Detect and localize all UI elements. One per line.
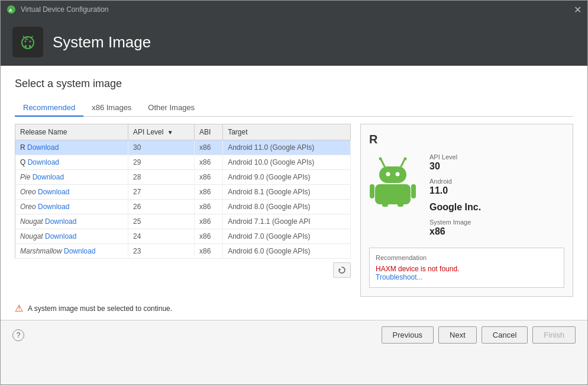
info-letter: R xyxy=(369,133,564,146)
download-link[interactable]: Download xyxy=(64,247,95,255)
close-button[interactable]: ✕ xyxy=(574,4,581,15)
svg-point-17 xyxy=(386,172,390,177)
svg-rect-20 xyxy=(370,184,374,198)
content-area: Select a system image Recommended x86 Im… xyxy=(1,66,587,297)
col-target: Target xyxy=(223,124,351,140)
target-cell: Android 6.0 (Google APIs) xyxy=(223,244,351,259)
tab-x86images[interactable]: x86 Images xyxy=(83,100,140,117)
info-top-area: API Level 30 Android 11.0 Google Inc. Sy… xyxy=(369,153,564,243)
app-icon: A xyxy=(7,5,16,14)
table-row[interactable]: Nougat Download25x86Android 7.1.1 (Googl… xyxy=(15,214,351,229)
footer-left: ? xyxy=(12,329,24,341)
recommendation-title: Recommendation xyxy=(376,254,558,261)
api-level-cell: 25 xyxy=(128,214,195,229)
footer: ? Previous Next Cancel Finish xyxy=(1,320,587,349)
header: A System Image xyxy=(1,18,587,66)
svg-point-13 xyxy=(379,158,382,161)
tabs-container: Recommended x86 Images Other Images xyxy=(15,100,573,117)
svg-rect-9 xyxy=(29,45,31,47)
col-api-level[interactable]: API Level ▼ xyxy=(128,124,195,140)
android-icon xyxy=(369,153,416,243)
download-link[interactable]: Download xyxy=(27,143,59,152)
api-level-cell: 30 xyxy=(128,140,195,155)
svg-marker-11 xyxy=(339,268,341,271)
tab-recommended[interactable]: Recommended xyxy=(15,100,83,117)
next-button[interactable]: Next xyxy=(438,326,477,344)
info-fields: API Level 30 Android 11.0 Google Inc. Sy… xyxy=(429,153,481,243)
table-row[interactable]: Q Download29x86Android 10.0 (Google APIs… xyxy=(15,155,351,170)
target-cell: Android 8.0 (Google APIs) xyxy=(223,200,351,214)
release-name-cell: Oreo Download xyxy=(15,185,128,200)
sort-icon: ▼ xyxy=(167,129,173,136)
android-label: Android xyxy=(429,178,481,185)
target-cell: Android 10.0 (Google APIs) xyxy=(223,155,351,170)
svg-point-18 xyxy=(396,172,400,177)
api-level-cell: 29 xyxy=(128,155,195,170)
table-row[interactable]: Marshmallow Download23x86Android 6.0 (Go… xyxy=(15,244,351,259)
svg-rect-19 xyxy=(375,184,411,204)
recommendation-box: Recommendation HAXM device is not found.… xyxy=(369,248,564,288)
header-logo: A xyxy=(12,27,43,57)
abi-cell: x86 xyxy=(195,229,223,244)
cancel-button[interactable]: Cancel xyxy=(482,326,528,344)
svg-point-5 xyxy=(30,41,31,43)
table-footer xyxy=(15,262,351,278)
table-section: Release Name API Level ▼ ABI Target R Do… xyxy=(15,124,351,297)
table-row[interactable]: Oreo Download26x86Android 8.0 (Google AP… xyxy=(15,200,351,214)
studio-logo-icon: A xyxy=(17,31,39,53)
target-cell: Android 8.1 (Google APIs) xyxy=(223,185,351,200)
svg-rect-2 xyxy=(17,31,39,53)
table-row[interactable]: Oreo Download27x86Android 8.1 (Google AP… xyxy=(15,185,351,200)
api-level-value: 30 xyxy=(429,161,481,172)
help-button[interactable]: ? xyxy=(12,329,24,341)
svg-rect-22 xyxy=(382,203,388,207)
abi-cell: x86 xyxy=(195,170,223,185)
error-bar: ⚠ A system image must be selected to con… xyxy=(1,297,587,320)
release-name-cell: Q Download xyxy=(15,155,128,170)
col-release-name: Release Name xyxy=(15,124,128,140)
system-image-table: Release Name API Level ▼ ABI Target R Do… xyxy=(15,124,351,259)
download-link[interactable]: Download xyxy=(38,188,69,196)
table-header-row: Release Name API Level ▼ ABI Target xyxy=(15,124,351,140)
svg-rect-8 xyxy=(25,45,27,47)
target-cell: Android 11.0 (Google APIs) xyxy=(223,140,351,155)
svg-rect-16 xyxy=(379,166,406,183)
svg-line-14 xyxy=(401,159,405,166)
troubleshoot-link[interactable]: Troubleshoot... xyxy=(376,273,423,281)
tab-otherimages[interactable]: Other Images xyxy=(140,100,203,117)
download-link[interactable]: Download xyxy=(45,217,76,226)
release-name-cell: Oreo Download xyxy=(15,200,128,214)
target-cell: Android 7.1.1 (Google API xyxy=(223,214,351,229)
title-bar: A Virtual Device Configuration ✕ xyxy=(1,1,587,18)
recommendation-error: HAXM device is not found. xyxy=(376,265,558,273)
main-area: Release Name API Level ▼ ABI Target R Do… xyxy=(15,124,573,297)
api-level-cell: 23 xyxy=(128,244,195,259)
refresh-icon xyxy=(338,266,346,274)
svg-text:A: A xyxy=(25,36,28,41)
abi-cell: x86 xyxy=(195,140,223,155)
download-link[interactable]: Download xyxy=(38,203,69,211)
abi-cell: x86 xyxy=(195,200,223,214)
page-title: Select a system image xyxy=(15,78,573,90)
table-row[interactable]: Nougat Download24x86Android 7.0 (Google … xyxy=(15,229,351,244)
table-row[interactable]: R Download30x86Android 11.0 (Google APIs… xyxy=(15,140,351,155)
error-message: A system image must be selected to conti… xyxy=(28,304,172,313)
api-level-label: API Level xyxy=(429,153,481,161)
refresh-button[interactable] xyxy=(333,262,351,278)
download-link[interactable]: Download xyxy=(33,173,64,181)
download-link[interactable]: Download xyxy=(45,232,76,240)
system-image-value: x86 xyxy=(429,226,481,237)
release-name-cell: Pie Download xyxy=(15,170,128,185)
table-row[interactable]: Pie Download28x86Android 9.0 (Google API… xyxy=(15,170,351,185)
svg-line-12 xyxy=(381,159,385,166)
api-level-cell: 28 xyxy=(128,170,195,185)
release-name-cell: R Download xyxy=(15,140,128,155)
finish-button[interactable]: Finish xyxy=(532,326,576,344)
download-link[interactable]: Download xyxy=(28,158,59,166)
android-value: 11.0 xyxy=(429,185,481,196)
abi-cell: x86 xyxy=(195,214,223,229)
previous-button[interactable]: Previous xyxy=(382,326,434,344)
window-title: Virtual Device Configuration xyxy=(21,5,109,14)
footer-right: Previous Next Cancel Finish xyxy=(382,326,576,344)
release-name-cell: Nougat Download xyxy=(15,229,128,244)
